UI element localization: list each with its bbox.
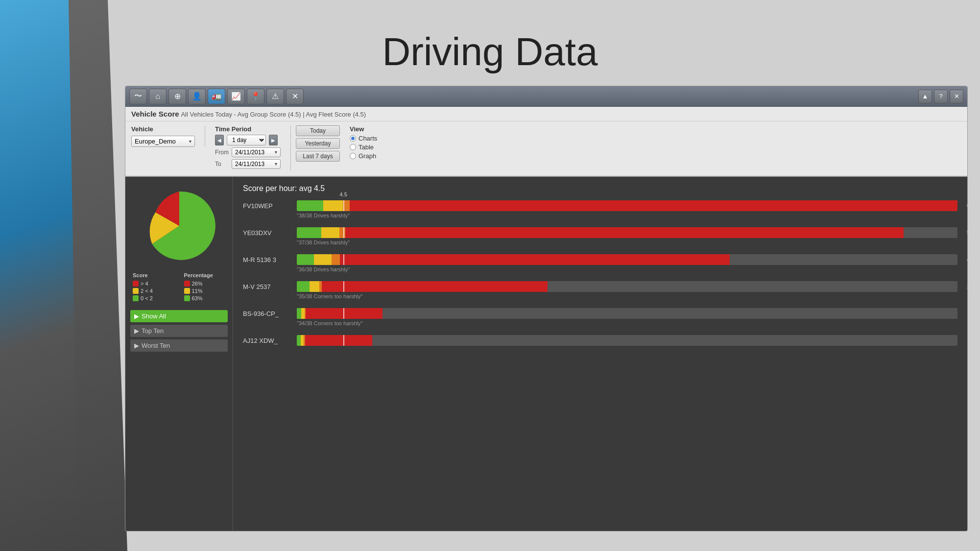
legend-dot-red2: [184, 281, 190, 287]
bar-label-4: BS-936-CP_: [243, 310, 297, 317]
to-date-wrapper: [232, 159, 281, 169]
view-control: View Charts Table Graph: [340, 125, 387, 161]
bar-track-wrapper-1: 58.6: [297, 227, 957, 238]
help-btn[interactable]: ?: [934, 90, 948, 103]
globe-icon: ⊕: [174, 92, 181, 101]
from-date-input[interactable]: [232, 147, 281, 157]
legend-dot-yellow2: [184, 288, 190, 294]
legend-score-yellow: 2 < 4: [141, 288, 153, 294]
bg-decoration-dark: [69, 0, 127, 551]
legend-pct-title: Percentage: [184, 272, 226, 278]
last7days-btn[interactable]: Last 7 days: [296, 151, 340, 162]
bar-track-5: [297, 335, 957, 346]
period-select-wrapper: 1 day: [227, 135, 266, 145]
bar-subtitle-1: "37/38 Drives harshly": [243, 240, 957, 245]
worst-ten-label: Worst Ten: [142, 342, 170, 349]
person-btn[interactable]: 👤: [188, 89, 206, 104]
legend-pct-red: 26%: [192, 281, 203, 287]
pie-chart-container: [130, 187, 228, 265]
period-select[interactable]: 1 day: [227, 135, 266, 145]
vehicle-control: Vehicle Europe_Demo: [131, 125, 205, 147]
bar-seg-green-0: [297, 200, 323, 211]
legend-item-green: 0 < 2: [133, 295, 174, 301]
from-row: From: [215, 147, 281, 157]
bar-fill-3: [297, 281, 548, 292]
to-label: To: [215, 161, 230, 168]
legend-dot-green2: [184, 295, 190, 301]
from-date-wrapper: [232, 147, 281, 157]
top-ten-arrow: ▶: [134, 327, 139, 335]
vehicle-score-subtitle: All Vehicles Today - Avg Group Score (4.…: [181, 111, 366, 118]
bar-value-3: 24.2: [967, 283, 967, 290]
bar-container: M-R 5136 3 41.8: [243, 254, 957, 265]
top-ten-btn[interactable]: ▶ Top Ten: [130, 325, 228, 337]
show-all-label: Show All: [142, 312, 166, 320]
alert-btn[interactable]: ⚠: [266, 89, 284, 104]
tools-btn[interactable]: ✕: [286, 89, 304, 104]
view-charts-label: Charts: [359, 135, 377, 142]
time-period-control: Time Period ◀ 1 day ▶ From To: [205, 125, 291, 171]
bar-seg-yellow-3: [310, 281, 319, 292]
avg-line-4: [343, 308, 344, 319]
back-btn[interactable]: 〜: [129, 89, 147, 104]
bar-subtitle-4: "34/38 Corners too harshly": [243, 320, 957, 326]
close-btn[interactable]: ✕: [950, 90, 963, 103]
bar-seg-red-0: [350, 200, 957, 211]
period-next-btn[interactable]: ▶: [269, 135, 278, 145]
time-period-label: Time Period: [215, 125, 281, 133]
bar-seg-green-2: [297, 254, 314, 265]
period-prev-btn[interactable]: ◀: [215, 135, 224, 145]
arrow-up-btn[interactable]: ▲: [918, 90, 932, 103]
view-table-row[interactable]: Table: [350, 144, 377, 151]
alert-icon: ⚠: [272, 92, 279, 101]
home-btn[interactable]: ⌂: [149, 89, 167, 104]
chart-legend: Score > 4 2 < 4 0 < 2 Percentag: [130, 272, 228, 303]
pin-btn[interactable]: 📍: [247, 89, 264, 104]
bar-label-3: M-V 2537: [243, 283, 297, 290]
person-icon: 👤: [192, 92, 202, 101]
view-charts-radio[interactable]: [350, 135, 356, 142]
yesterday-btn[interactable]: Yesterday: [296, 138, 340, 149]
quick-buttons-group: Today Yesterday Last 7 days: [296, 125, 340, 162]
bar-track-0: [297, 200, 957, 211]
bar-container: AJ12 XDW_ 7.3: [243, 335, 957, 346]
legend-pct-yellow-row: 11%: [184, 288, 226, 294]
bar-label-2: M-R 5136 3: [243, 256, 297, 264]
bar-seg-orange-2: [332, 254, 340, 265]
truck-icon: 🚛: [212, 92, 221, 101]
avg-line-2: [343, 254, 344, 265]
view-graph-row[interactable]: Graph: [350, 152, 377, 160]
top-ten-label: Top Ten: [142, 327, 164, 335]
bar-fill-2: [297, 254, 730, 265]
view-charts-row[interactable]: Charts: [350, 135, 377, 142]
bar-track-wrapper-4: 8.3: [297, 308, 957, 319]
worst-ten-btn[interactable]: ▶ Worst Ten: [130, 339, 228, 352]
bar-label-1: YE03DXV: [243, 229, 297, 237]
view-graph-radio[interactable]: [350, 153, 356, 159]
chart-btn[interactable]: 📈: [227, 89, 245, 104]
view-table-radio[interactable]: [350, 144, 356, 150]
pin-icon: 📍: [251, 92, 261, 101]
legend-pct-green-row: 63%: [184, 295, 226, 301]
to-date-input[interactable]: [232, 159, 281, 169]
bar-seg-green-3: [297, 281, 310, 292]
bar-row: FV10WEP 63.8 4.5 "38/38 Drives harshly: [243, 200, 957, 218]
bar-seg-green-1: [297, 227, 321, 238]
truck-btn[interactable]: 🚛: [208, 89, 225, 104]
bar-subtitle-2: "36/38 Drives harshly": [243, 266, 957, 272]
bar-seg-yellow-2: [314, 254, 331, 265]
today-btn[interactable]: Today: [296, 125, 340, 136]
bar-fill-1: [297, 227, 904, 238]
show-all-btn[interactable]: ▶ Show All: [130, 310, 228, 322]
bar-subtitle-0: "38/38 Drives harshly": [243, 213, 957, 218]
right-panel: Score per hour: avg 4.5 FV10WEP: [233, 177, 967, 531]
legend-pct-red-row: 26%: [184, 281, 226, 287]
globe-btn[interactable]: ⊕: [168, 89, 186, 104]
app-window: 〜 ⌂ ⊕ 👤 🚛 📈 📍 ⚠ ✕ ▲ ? ✕: [125, 86, 968, 531]
back-icon: 〜: [134, 91, 142, 101]
chart-title: Score per hour: avg 4.5: [243, 184, 957, 193]
vehicle-select[interactable]: Europe_Demo: [131, 136, 195, 147]
bar-subtitle-3: "35/38 Corners too harshly": [243, 293, 957, 299]
legend-pct-green: 63%: [192, 295, 203, 301]
bar-container: YE03DXV 58.6: [243, 227, 957, 238]
